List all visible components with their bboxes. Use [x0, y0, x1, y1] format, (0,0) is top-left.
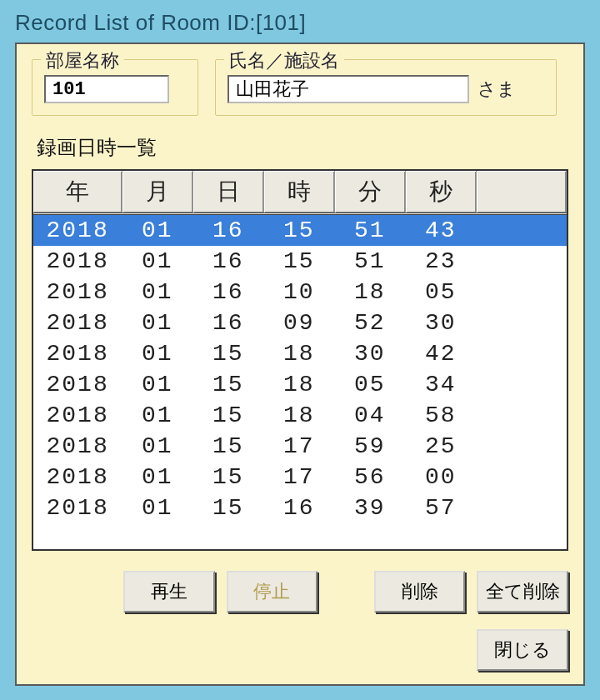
table-row[interactable]: 20180115175925	[33, 431, 567, 462]
cell-mi: 52	[334, 308, 405, 338]
cell-h: 09	[263, 308, 334, 338]
delete-all-button[interactable]: 全て削除	[477, 571, 568, 612]
cell-m: 01	[122, 338, 192, 369]
cell-m: 01	[122, 246, 192, 277]
cell-d: 15	[192, 462, 263, 492]
table-row[interactable]: 20180116155143	[33, 214, 567, 247]
cell-s: 05	[405, 277, 476, 308]
col-hour[interactable]: 時	[263, 171, 334, 214]
person-name-input[interactable]	[228, 75, 469, 103]
cell-y: 2018	[33, 431, 122, 462]
table-row[interactable]: 20180116101805	[33, 277, 567, 308]
cell-spacer	[476, 308, 566, 338]
play-button[interactable]: 再生	[123, 571, 215, 612]
cell-mi: 51	[334, 214, 405, 247]
col-year[interactable]: 年	[33, 171, 122, 214]
cell-h: 16	[263, 492, 334, 523]
cell-m: 01	[122, 400, 192, 431]
cell-y: 2018	[33, 308, 122, 338]
cell-s: 34	[405, 369, 476, 400]
cell-m: 01	[122, 214, 192, 247]
cell-m: 01	[122, 369, 192, 400]
cell-h: 18	[263, 400, 334, 431]
cell-h: 15	[263, 214, 334, 247]
delete-button[interactable]: 削除	[374, 571, 466, 612]
cell-spacer	[476, 214, 566, 247]
cell-s: 23	[405, 246, 476, 277]
cell-s: 58	[405, 400, 476, 431]
cell-mi: 05	[334, 369, 405, 400]
record-table-container: 年 月 日 時 分 秒 2018011615514320180116155123…	[32, 169, 568, 551]
cell-h: 15	[263, 246, 334, 277]
cell-s: 25	[405, 431, 476, 462]
honorific-label: さま	[478, 77, 516, 102]
table-row[interactable]: 20180115183042	[33, 338, 567, 369]
record-table: 年 月 日 時 分 秒 2018011615514320180116155123…	[33, 171, 567, 523]
cell-h: 10	[263, 277, 334, 308]
button-gap	[329, 571, 362, 612]
cell-spacer	[476, 369, 566, 400]
cell-d: 15	[192, 492, 263, 523]
cell-mi: 39	[334, 492, 405, 523]
table-row[interactable]: 20180116155123	[33, 246, 567, 277]
cell-spacer	[476, 431, 566, 462]
person-name-group: 氏名／施設名 さま	[215, 59, 557, 116]
room-name-group: 部屋名称	[32, 59, 198, 116]
cell-s: 30	[405, 308, 476, 338]
cell-y: 2018	[33, 369, 122, 400]
cell-y: 2018	[33, 400, 122, 431]
cell-d: 16	[192, 246, 263, 277]
col-minute[interactable]: 分	[334, 171, 405, 214]
table-row[interactable]: 20180115175600	[33, 462, 567, 492]
cell-d: 15	[192, 431, 263, 462]
cell-s: 57	[405, 492, 476, 523]
col-spacer	[476, 171, 566, 214]
cell-mi: 56	[334, 462, 405, 492]
cell-d: 15	[192, 369, 263, 400]
cell-m: 01	[122, 277, 192, 308]
cell-mi: 51	[334, 246, 405, 277]
cell-m: 01	[122, 431, 192, 462]
cell-spacer	[476, 246, 566, 277]
close-button[interactable]: 閉じる	[477, 629, 568, 671]
table-row[interactable]: 20180116095230	[33, 308, 567, 338]
main-panel: 部屋名称 氏名／施設名 さま 録画日時一覧 年 月 日 時 分 秒	[15, 42, 585, 686]
cell-y: 2018	[33, 277, 122, 308]
table-row[interactable]: 20180115180458	[33, 400, 567, 431]
cell-s: 43	[405, 214, 476, 247]
cell-y: 2018	[33, 338, 122, 369]
cell-h: 17	[263, 431, 334, 462]
table-row[interactable]: 20180115163957	[33, 492, 567, 523]
cell-m: 01	[122, 492, 192, 523]
cell-s: 42	[405, 338, 476, 369]
room-name-input[interactable]	[44, 75, 169, 103]
cell-spacer	[476, 338, 566, 369]
cell-y: 2018	[33, 246, 122, 277]
cell-m: 01	[122, 308, 192, 338]
cell-d: 16	[192, 308, 263, 338]
cell-m: 01	[122, 462, 192, 492]
stop-button[interactable]: 停止	[227, 571, 318, 612]
col-second[interactable]: 秒	[405, 171, 476, 214]
col-day[interactable]: 日	[192, 171, 263, 214]
cell-y: 2018	[33, 462, 122, 492]
cell-mi: 59	[334, 431, 405, 462]
cell-d: 16	[192, 277, 263, 308]
cell-d: 15	[192, 400, 263, 431]
cell-mi: 30	[334, 338, 405, 369]
cell-spacer	[476, 492, 566, 523]
cell-y: 2018	[33, 214, 122, 247]
cell-d: 15	[192, 338, 263, 369]
cell-spacer	[476, 462, 566, 492]
col-month[interactable]: 月	[122, 171, 192, 214]
cell-mi: 04	[334, 400, 405, 431]
person-name-label: 氏名／施設名	[224, 48, 344, 73]
cell-spacer	[476, 277, 566, 308]
room-name-label: 部屋名称	[41, 48, 124, 73]
table-row[interactable]: 20180115180534	[33, 369, 567, 400]
window-title: Record List of Room ID:[101]	[0, 0, 600, 42]
record-list-label: 録画日時一覧	[37, 134, 568, 161]
cell-d: 16	[192, 214, 263, 247]
cell-mi: 18	[334, 277, 405, 308]
cell-y: 2018	[33, 492, 122, 523]
